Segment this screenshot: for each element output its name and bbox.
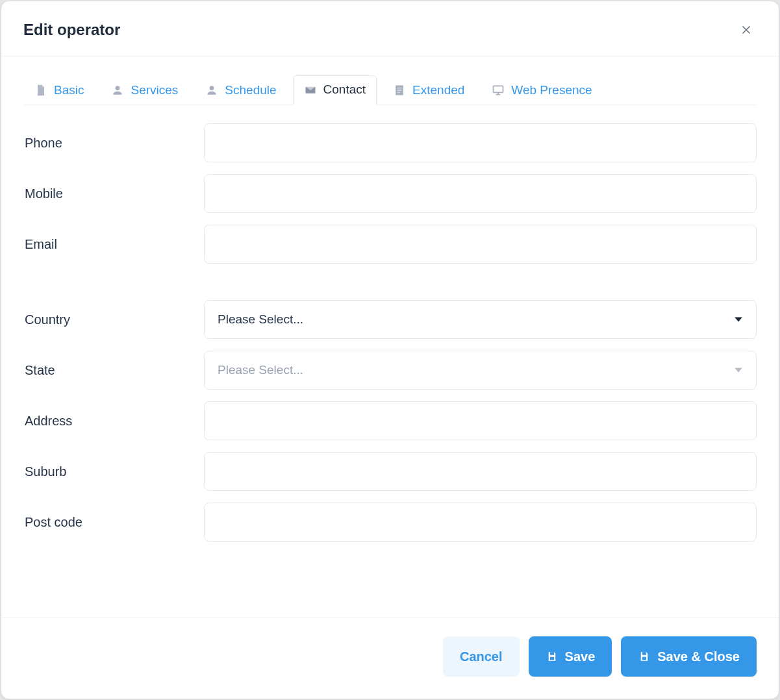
svg-rect-10 xyxy=(642,657,646,660)
close-icon xyxy=(740,23,753,36)
tab-web-presence[interactable]: Web Presence xyxy=(481,76,603,105)
svg-point-1 xyxy=(210,86,214,90)
label-email: Email xyxy=(23,237,204,252)
row-country: Country Please Select... xyxy=(23,300,757,339)
button-label: Save xyxy=(565,649,596,664)
label-address: Address xyxy=(23,414,204,429)
save-icon xyxy=(638,650,651,663)
modal-title: Edit operator xyxy=(23,21,120,39)
svg-rect-9 xyxy=(642,652,646,655)
row-email: Email xyxy=(23,225,757,264)
chevron-down-icon xyxy=(734,366,743,375)
button-label: Cancel xyxy=(460,649,503,664)
address-input[interactable] xyxy=(204,401,757,440)
tab-extended[interactable]: Extended xyxy=(382,76,475,105)
suburb-input[interactable] xyxy=(204,452,757,491)
svg-rect-4 xyxy=(397,90,402,91)
person-icon xyxy=(205,84,218,97)
modal-footer: Cancel Save Save & Close xyxy=(1,618,779,699)
tabs: Basic Services Schedule Contact xyxy=(23,75,757,105)
label-suburb: Suburb xyxy=(23,464,204,479)
edit-operator-modal: Edit operator Basic Services xyxy=(1,1,779,699)
tab-label: Schedule xyxy=(225,83,276,97)
cancel-button[interactable]: Cancel xyxy=(443,636,520,677)
select-value: Please Select... xyxy=(218,312,303,327)
label-state: State xyxy=(23,363,204,378)
tab-label: Web Presence xyxy=(511,83,592,97)
email-input[interactable] xyxy=(204,225,757,264)
person-icon xyxy=(111,84,124,97)
tab-services[interactable]: Services xyxy=(100,76,189,105)
svg-rect-5 xyxy=(397,92,400,94)
svg-rect-3 xyxy=(397,88,402,89)
modal-body: Basic Services Schedule Contact xyxy=(1,56,779,618)
row-suburb: Suburb xyxy=(23,452,757,491)
save-icon xyxy=(546,650,559,663)
close-button[interactable] xyxy=(736,19,757,40)
chevron-down-icon xyxy=(734,315,743,324)
row-address: Address xyxy=(23,401,757,440)
mail-icon xyxy=(304,83,317,96)
label-phone: Phone xyxy=(23,136,204,151)
row-state: State Please Select... xyxy=(23,351,757,390)
svg-rect-8 xyxy=(550,657,554,660)
label-country: Country xyxy=(23,312,204,327)
document-icon xyxy=(393,84,406,97)
save-button[interactable]: Save xyxy=(529,636,612,677)
save-close-button[interactable]: Save & Close xyxy=(621,636,757,677)
button-label: Save & Close xyxy=(657,649,740,664)
contact-form: Phone Mobile Email Country xyxy=(23,123,757,542)
phone-input[interactable] xyxy=(204,123,757,162)
label-mobile: Mobile xyxy=(23,186,204,201)
state-select: Please Select... xyxy=(204,351,757,390)
tab-schedule[interactable]: Schedule xyxy=(194,76,287,105)
tab-basic[interactable]: Basic xyxy=(23,76,95,105)
modal-header: Edit operator xyxy=(1,1,779,56)
tab-label: Extended xyxy=(412,83,464,97)
select-value: Please Select... xyxy=(218,363,303,377)
country-select[interactable]: Please Select... xyxy=(204,300,757,339)
row-phone: Phone xyxy=(23,123,757,162)
tab-contact[interactable]: Contact xyxy=(293,75,377,105)
file-icon xyxy=(34,84,47,97)
presentation-icon xyxy=(492,84,505,97)
mobile-input[interactable] xyxy=(204,174,757,213)
tab-label: Basic xyxy=(54,83,84,97)
postcode-input[interactable] xyxy=(204,503,757,542)
label-postcode: Post code xyxy=(23,515,204,530)
tab-label: Contact xyxy=(323,82,366,97)
svg-rect-7 xyxy=(550,652,554,655)
svg-point-0 xyxy=(116,86,120,90)
row-postcode: Post code xyxy=(23,503,757,542)
row-mobile: Mobile xyxy=(23,174,757,213)
svg-rect-6 xyxy=(494,86,503,92)
tab-label: Services xyxy=(131,83,178,97)
